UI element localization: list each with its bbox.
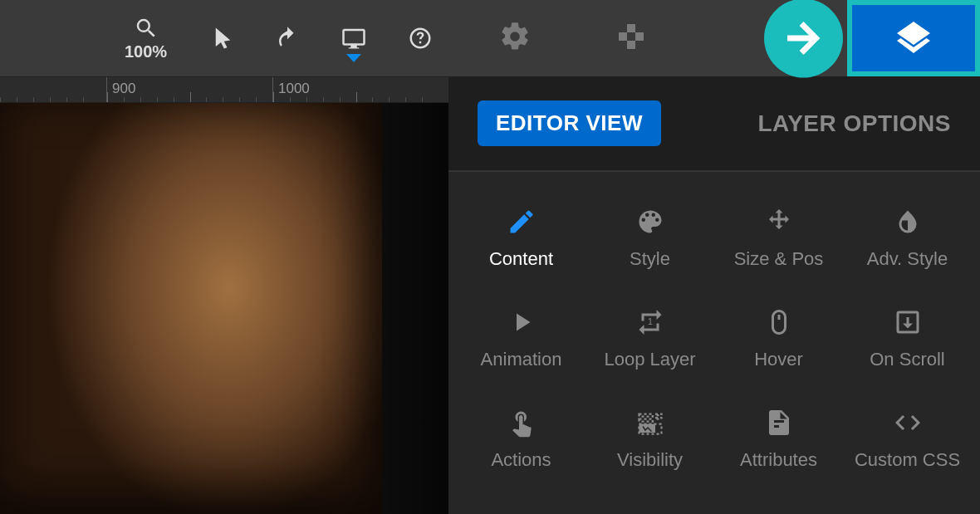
arrow-highlight-button[interactable] <box>764 0 843 78</box>
desktop-icon <box>341 26 366 51</box>
gear-icon <box>498 20 532 53</box>
option-loop-layer[interactable]: 1 Loop Layer <box>586 289 714 389</box>
option-adv-style[interactable]: Adv. Style <box>843 188 972 289</box>
layer-options-grid: Content Style Size & Pos Adv. Style Anim… <box>448 172 980 514</box>
preview-tool[interactable] <box>341 26 366 51</box>
visibility-icon <box>635 408 665 438</box>
loop-icon: 1 <box>635 307 665 337</box>
move-icon <box>764 207 794 237</box>
zoom-label: 100% <box>125 42 167 61</box>
canvas-toolbar: 100% <box>0 0 448 76</box>
option-hover-label: Hover <box>754 349 803 370</box>
play-icon <box>507 307 537 337</box>
option-content[interactable]: Content <box>457 188 586 289</box>
touch-icon <box>507 408 537 438</box>
option-adv-style-label: Adv. Style <box>867 248 948 270</box>
option-custom-css[interactable]: Custom CSS <box>843 389 972 489</box>
zoom-icon <box>134 16 159 41</box>
panel-toolbar <box>448 0 980 76</box>
option-attributes[interactable]: Attributes <box>714 389 843 489</box>
option-animation[interactable]: Animation <box>457 289 586 389</box>
option-style[interactable]: Style <box>586 188 714 289</box>
option-hover[interactable]: Hover <box>714 289 843 389</box>
help-icon <box>408 26 433 51</box>
svg-text:1: 1 <box>648 316 653 326</box>
mouse-icon <box>764 307 794 337</box>
option-animation-label: Animation <box>481 349 562 370</box>
option-content-label: Content <box>489 248 553 270</box>
canvas-image-layer[interactable] <box>0 103 382 514</box>
code-icon <box>893 408 923 438</box>
editor-canvas-area: 100% 900 1000 <box>0 0 448 514</box>
pencil-icon <box>507 207 537 237</box>
option-visibility[interactable]: Visibility <box>586 389 714 489</box>
option-size-pos-label: Size & Pos <box>734 248 824 270</box>
option-loop-layer-label: Loop Layer <box>604 349 695 370</box>
editor-view-tab[interactable]: EDITOR VIEW <box>478 100 661 146</box>
layers-panel-button[interactable] <box>847 0 980 76</box>
canvas[interactable] <box>0 103 448 514</box>
settings-button[interactable] <box>498 20 532 56</box>
horizontal-ruler: 900 1000 <box>0 76 448 103</box>
option-custom-css-label: Custom CSS <box>855 449 960 471</box>
option-size-pos[interactable]: Size & Pos <box>714 188 843 289</box>
option-visibility-label: Visibility <box>617 449 683 471</box>
canvas-empty-area <box>382 103 448 514</box>
option-actions[interactable]: Actions <box>457 389 586 489</box>
layer-options-tab[interactable]: LAYER OPTIONS <box>757 110 951 137</box>
layers-icon <box>894 18 933 58</box>
dropdown-caret-icon <box>346 51 361 66</box>
scroll-icon <box>893 307 923 337</box>
option-attributes-label: Attributes <box>740 449 817 471</box>
arrow-right-icon <box>781 16 826 61</box>
undo-tool[interactable] <box>275 26 300 51</box>
navigator-button[interactable] <box>615 20 648 56</box>
option-actions-label: Actions <box>491 449 551 471</box>
help-tool[interactable] <box>408 26 433 51</box>
option-on-scroll-label: On Scroll <box>870 349 944 370</box>
zoom-tool[interactable]: 100% <box>125 16 167 61</box>
invert-icon <box>893 207 923 237</box>
option-style-label: Style <box>630 248 670 270</box>
cursor-icon <box>208 26 233 51</box>
palette-icon <box>635 207 665 237</box>
cursor-tool[interactable] <box>208 26 233 51</box>
dpad-icon <box>615 20 648 53</box>
option-on-scroll[interactable]: On Scroll <box>843 289 972 389</box>
layer-options-panel: EDITOR VIEW LAYER OPTIONS Content Style … <box>448 0 980 514</box>
undo-icon <box>275 26 300 51</box>
view-tabs: EDITOR VIEW LAYER OPTIONS <box>448 76 980 172</box>
file-icon <box>764 408 794 438</box>
